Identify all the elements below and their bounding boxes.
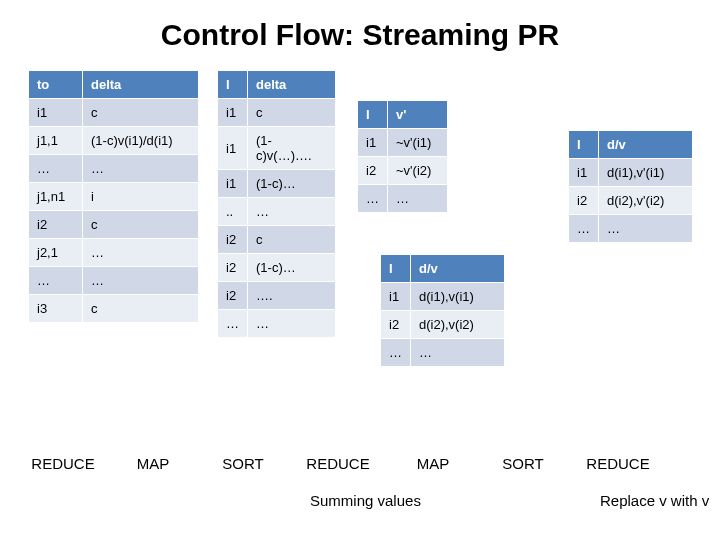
- t2-r6c1: ….: [248, 282, 336, 310]
- t3-r2c0: …: [358, 185, 388, 213]
- t2-r7c0: …: [218, 310, 248, 338]
- t4-h1: d/v: [599, 131, 693, 159]
- t3-r1c0: i2: [358, 157, 388, 185]
- table-i-dv-top: I d/v i1d(i1),v'(i1) i2d(i2),v'(i2) ……: [568, 130, 693, 243]
- t1-r7c1: c: [83, 295, 199, 323]
- t4-r0c0: i1: [569, 159, 599, 187]
- t4-r1c0: i2: [569, 187, 599, 215]
- t2-h1: delta: [248, 71, 336, 99]
- t1-r5c0: j2,1: [29, 239, 83, 267]
- t4-r1c1: d(i2),v'(i2): [599, 187, 693, 215]
- tables-area: to delta i1c j1,1(1-c)v(i1)/d(i1) …… j1,…: [0, 70, 720, 440]
- t5-h0: I: [381, 255, 411, 283]
- t3-r0c0: i1: [358, 129, 388, 157]
- t2-r3c1: …: [248, 198, 336, 226]
- t1-h0: to: [29, 71, 83, 99]
- stage-map-1: MAP: [108, 455, 198, 472]
- caption-replace: Replace v with v: [600, 492, 709, 509]
- stage-row: REDUCE MAP SORT REDUCE MAP SORT REDUCE: [0, 455, 720, 472]
- stage-map-2: MAP: [388, 455, 478, 472]
- t1-r1c0: j1,1: [29, 127, 83, 155]
- table-to-delta: to delta i1c j1,1(1-c)v(i1)/d(i1) …… j1,…: [28, 70, 199, 323]
- caption-summing: Summing values: [310, 492, 421, 509]
- t4-r0c1: d(i1),v'(i1): [599, 159, 693, 187]
- t1-r7c0: i3: [29, 295, 83, 323]
- t1-r5c1: …: [83, 239, 199, 267]
- table-i-delta: I delta i1c i1(1-c)v(…)…. i1(1-c)… ..… i…: [217, 70, 336, 338]
- table-i-vprime: I v' i1~v'(i1) i2~v'(i2) ……: [357, 100, 448, 213]
- t5-r1c0: i2: [381, 311, 411, 339]
- stage-reduce-1: REDUCE: [18, 455, 108, 472]
- t1-r4c1: c: [83, 211, 199, 239]
- t1-r2c1: …: [83, 155, 199, 183]
- t4-r2c0: …: [569, 215, 599, 243]
- t2-r1c0: i1: [218, 127, 248, 170]
- slide-title: Control Flow: Streaming PR: [0, 0, 720, 70]
- t2-r1c1: (1-c)v(…)….: [248, 127, 336, 170]
- stage-reduce-3: REDUCE: [568, 455, 668, 472]
- stage-sort-1: SORT: [198, 455, 288, 472]
- t1-r4c0: i2: [29, 211, 83, 239]
- t1-h1: delta: [83, 71, 199, 99]
- stage-sort-2: SORT: [478, 455, 568, 472]
- t2-r2c1: (1-c)…: [248, 170, 336, 198]
- t5-h1: d/v: [411, 255, 505, 283]
- t2-r3c0: ..: [218, 198, 248, 226]
- t2-r6c0: i2: [218, 282, 248, 310]
- stage-reduce-2: REDUCE: [288, 455, 388, 472]
- t1-r3c0: j1,n1: [29, 183, 83, 211]
- t5-r1c1: d(i2),v(i2): [411, 311, 505, 339]
- t2-r5c1: (1-c)…: [248, 254, 336, 282]
- t1-r2c0: …: [29, 155, 83, 183]
- t3-r0c1: ~v'(i1): [388, 129, 448, 157]
- t3-h1: v': [388, 101, 448, 129]
- t2-r0c1: c: [248, 99, 336, 127]
- t2-r4c1: c: [248, 226, 336, 254]
- t3-r1c1: ~v'(i2): [388, 157, 448, 185]
- t2-h0: I: [218, 71, 248, 99]
- t5-r2c1: …: [411, 339, 505, 367]
- t2-r4c0: i2: [218, 226, 248, 254]
- t4-h0: I: [569, 131, 599, 159]
- t1-r1c1: (1-c)v(i1)/d(i1): [83, 127, 199, 155]
- table-i-dv-bottom: I d/v i1d(i1),v(i1) i2d(i2),v(i2) ……: [380, 254, 505, 367]
- t1-r6c0: …: [29, 267, 83, 295]
- t1-r3c1: i: [83, 183, 199, 211]
- t2-r5c0: i2: [218, 254, 248, 282]
- t2-r7c1: …: [248, 310, 336, 338]
- t2-r0c0: i1: [218, 99, 248, 127]
- t5-r0c0: i1: [381, 283, 411, 311]
- t1-r0c0: i1: [29, 99, 83, 127]
- t3-h0: I: [358, 101, 388, 129]
- t1-r6c1: …: [83, 267, 199, 295]
- t1-r0c1: c: [83, 99, 199, 127]
- t4-r2c1: …: [599, 215, 693, 243]
- t5-r0c1: d(i1),v(i1): [411, 283, 505, 311]
- t5-r2c0: …: [381, 339, 411, 367]
- t3-r2c1: …: [388, 185, 448, 213]
- t2-r2c0: i1: [218, 170, 248, 198]
